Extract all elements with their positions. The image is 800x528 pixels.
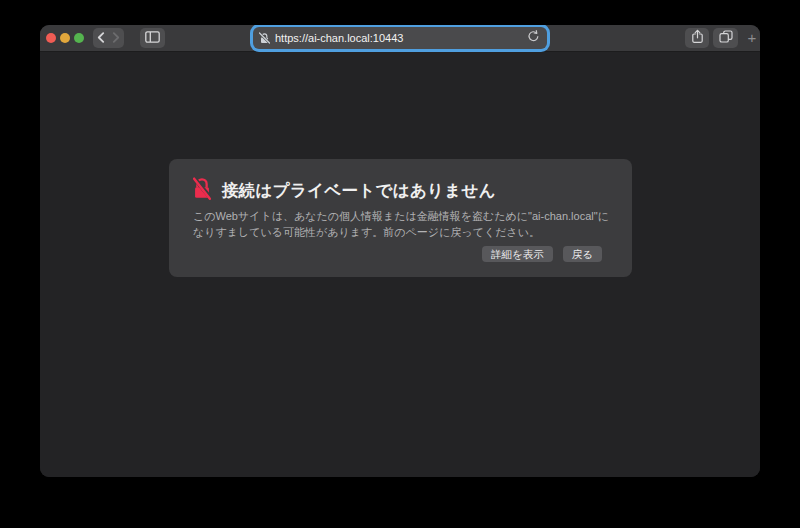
reload-icon — [527, 30, 539, 46]
chevron-left-icon — [97, 31, 105, 46]
certificate-warning-dialog: 接続はプライベートではありません このWebサイトは、あなたの個人情報または金融… — [169, 159, 632, 277]
browser-window: https://ai-chan.local:10443 — [40, 25, 760, 477]
reload-button[interactable] — [527, 30, 539, 46]
address-bar[interactable]: https://ai-chan.local:10443 — [253, 27, 547, 49]
insecure-lock-icon — [259, 32, 270, 44]
alert-actions: 詳細を表示 戻る — [482, 246, 602, 262]
traffic-light-zoom-button[interactable] — [74, 33, 84, 43]
share-icon — [691, 29, 704, 47]
alert-title: 接続はプライベートではありません — [222, 180, 496, 202]
new-tab-button[interactable]: + — [744, 28, 760, 48]
traffic-light-minimize-button[interactable] — [60, 33, 70, 43]
alert-body: このWebサイトは、あなたの個人情報または金融情報を盗むために"ai-chan.… — [193, 208, 613, 240]
page-content: 接続はプライベートではありません このWebサイトは、あなたの個人情報または金融… — [40, 52, 760, 477]
overlapping-squares-icon — [719, 30, 733, 46]
back-button[interactable] — [93, 28, 109, 48]
url-text: https://ai-chan.local:10443 — [275, 32, 527, 44]
chevron-right-icon — [112, 31, 120, 46]
traffic-light-close-button[interactable] — [46, 33, 56, 43]
red-slashed-lock-icon — [193, 176, 211, 205]
forward-button[interactable] — [109, 28, 125, 48]
go-back-button[interactable]: 戻る — [563, 246, 602, 262]
show-details-button[interactable]: 詳細を表示 — [482, 246, 553, 262]
desktop: { "toolbar": { "url": "https://ai-chan.l… — [0, 0, 800, 528]
alert-header: 接続はプライベートではありません — [193, 176, 496, 205]
share-button[interactable] — [685, 28, 709, 48]
toolbar: https://ai-chan.local:10443 — [40, 25, 760, 52]
sidebar-toggle-button[interactable] — [140, 28, 165, 48]
tab-overview-button[interactable] — [713, 28, 738, 48]
history-nav-group — [93, 28, 124, 48]
sidebar-icon — [145, 31, 160, 46]
